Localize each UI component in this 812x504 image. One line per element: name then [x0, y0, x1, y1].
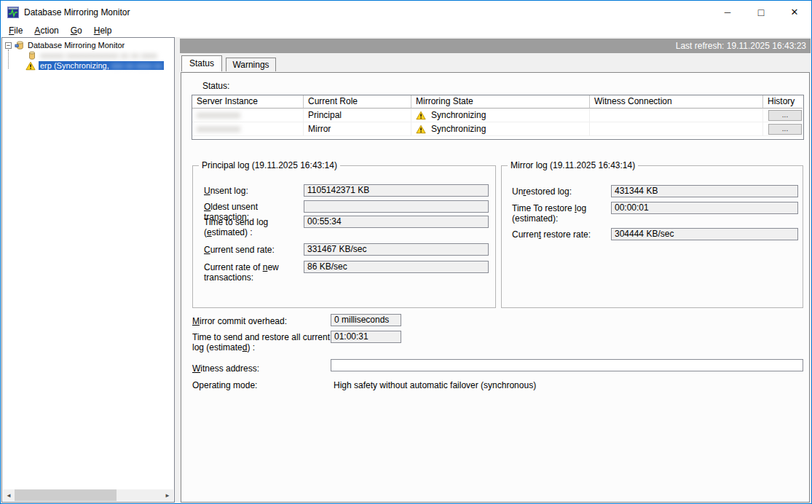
app-icon: [7, 7, 19, 18]
database-monitor-icon: [15, 40, 25, 50]
current-restore-rate-field: 304444 KB/sec: [611, 228, 798, 240]
witness-connection-cell: [590, 109, 763, 122]
status-tab-page: Status: Server Instance Current Role Mir…: [181, 72, 810, 503]
unsent-log-field: 1105142371 KB: [304, 184, 489, 197]
time-to-send-field: 00:55:34: [304, 216, 489, 228]
tree-item-erp-synchronizing[interactable]: erp (Synchronizing, xxx xx xxxx xx: [2, 60, 174, 71]
status-section-label: Status:: [202, 81, 229, 91]
new-transactions-rate-field: 86 KB/sec: [304, 261, 489, 273]
menu-action[interactable]: Action: [28, 24, 64, 37]
principal-log-title: Principal log (19.11.2025 16:43:14): [199, 160, 340, 170]
menu-help[interactable]: Help: [88, 24, 118, 37]
minimize-icon: ─: [725, 7, 731, 17]
close-button[interactable]: ✕: [778, 1, 811, 23]
tree-item-label-selected: erp (Synchronizing, xxx xx xxxx xx: [39, 61, 164, 70]
table-row-principal[interactable]: xxxxxxxxxx Principal Synchronizing ...: [192, 109, 803, 122]
status-table-header: Server Instance Current Role Mirroring S…: [192, 95, 803, 109]
scroll-left-button[interactable]: ◄: [3, 489, 15, 501]
column-witness-connection[interactable]: Witness Connection: [590, 95, 763, 109]
operating-mode-label: Operating mode:: [192, 380, 257, 390]
server-instance-cell: xxxxxxxxxx: [192, 122, 304, 136]
unrestored-log-field: 431344 KB: [611, 185, 798, 197]
database-icon: [27, 50, 37, 60]
history-button[interactable]: ...: [768, 124, 802, 135]
detail-panel: Last refresh: 19.11.2025 16:43:23 Status…: [180, 39, 811, 503]
app-window: Database Mirroring Monitor ─ □ ✕ File Ac…: [0, 0, 812, 504]
close-icon: ✕: [791, 7, 799, 17]
tree-root-database-mirroring-monitor[interactable]: − Database Mirroring Monitor: [2, 40, 174, 50]
scroll-left-icon: ◄: [6, 492, 12, 499]
column-history[interactable]: History: [763, 95, 803, 109]
witness-address-field[interactable]: [331, 359, 803, 371]
time-to-restore-label: Time To restore log (estimated):: [512, 203, 603, 224]
scrollbar-track[interactable]: [15, 489, 162, 501]
current-send-rate-label: Current send rate:: [204, 245, 304, 255]
witness-address-label: Witness address:: [192, 363, 331, 374]
window-title: Database Mirroring Monitor: [24, 7, 130, 17]
scroll-right-icon: ►: [165, 492, 170, 499]
tab-strip: Status Warnings: [180, 55, 811, 72]
time-to-restore-field: 00:00:01: [611, 202, 798, 214]
server-instance-cell: xxxxxxxxxx: [192, 109, 304, 122]
new-transactions-rate-label: Current rate of new transactions:: [204, 262, 291, 283]
principal-log-group: Principal log (19.11.2025 16:43:14) Unse…: [192, 165, 496, 308]
tab-status[interactable]: Status: [181, 55, 222, 71]
tree-item-synchronized-db[interactable]: xxxxxx xxxxxxxxxxxxx xx xx xxxx: [2, 50, 174, 60]
main-area: − Database Mirroring Monitor xxxxxx xxxx…: [1, 37, 811, 503]
current-send-rate-field: 331467 KB/sec: [304, 243, 489, 256]
scrollbar-thumb[interactable]: [15, 489, 117, 501]
operating-mode-value: High safety without automatic failover (…: [334, 380, 536, 390]
mirroring-state-cell: Synchronizing: [411, 109, 590, 122]
current-role-cell: Mirror: [304, 122, 411, 136]
tab-warnings[interactable]: Warnings: [226, 58, 275, 71]
mirroring-tree: − Database Mirroring Monitor xxxxxx xxxx…: [2, 38, 174, 71]
mirror-commit-overhead-label: Mirror commit overhead:: [192, 316, 331, 326]
history-cell: ...: [763, 109, 803, 122]
menu-file[interactable]: File: [3, 24, 28, 37]
mirror-commit-overhead-field: 0 milliseconds: [331, 314, 401, 326]
table-row-mirror[interactable]: xxxxxxxxxx Mirror Synchronizing ...: [192, 122, 803, 136]
time-to-send-label: Time to send log (estimated) :: [204, 217, 291, 237]
menu-go[interactable]: Go: [65, 24, 88, 37]
tree-horizontal-scrollbar[interactable]: ◄ ►: [3, 489, 173, 501]
time-total-field: 01:00:31: [331, 331, 401, 343]
unrestored-log-label: Unrestored log:: [512, 186, 610, 197]
minimize-button[interactable]: ─: [711, 1, 744, 23]
current-role-cell: Principal: [304, 109, 411, 122]
column-mirroring-state[interactable]: Mirroring State: [411, 95, 590, 109]
mirror-log-group: Mirror log (19.11.2025 16:43:14) Unresto…: [501, 165, 803, 308]
warning-icon: [416, 125, 426, 134]
scroll-right-button[interactable]: ►: [162, 489, 173, 501]
mirroring-state-cell: Synchronizing: [411, 122, 590, 136]
tree-item-label-redacted: xxxxxx xxxxxxxxxxxxx xx xx xxxx: [40, 51, 157, 60]
title-bar: Database Mirroring Monitor ─ □ ✕: [1, 1, 811, 23]
oldest-unsent-field: [304, 200, 489, 213]
maximize-button[interactable]: □: [744, 1, 778, 23]
history-button[interactable]: ...: [768, 110, 802, 121]
column-current-role[interactable]: Current Role: [304, 95, 411, 109]
tree-collapse-icon[interactable]: −: [5, 42, 12, 49]
status-table: Server Instance Current Role Mirroring S…: [192, 95, 804, 140]
witness-connection-cell: [590, 122, 763, 136]
time-total-label: Time to send and restore all current log…: [192, 332, 332, 353]
history-cell: ...: [763, 122, 803, 136]
tree-guide-line: [8, 50, 9, 68]
current-restore-rate-label: Current restore rate:: [512, 229, 610, 240]
column-server-instance[interactable]: Server Instance: [192, 95, 304, 109]
warning-icon: [416, 111, 426, 120]
mirror-log-title: Mirror log (19.11.2025 16:43:14): [508, 160, 638, 170]
window-controls: ─ □ ✕: [711, 1, 811, 23]
unsent-log-label: Unsent log:: [204, 186, 304, 196]
warning-icon: [25, 61, 36, 71]
tree-root-label: Database Mirroring Monitor: [28, 41, 125, 50]
last-refresh-bar: Last refresh: 19.11.2025 16:43:23: [180, 39, 811, 53]
maximize-icon: □: [758, 7, 764, 18]
menu-bar: File Action Go Help: [1, 23, 811, 37]
last-refresh-text: Last refresh: 19.11.2025 16:43:23: [676, 41, 806, 51]
tree-panel: − Database Mirroring Monitor xxxxxx xxxx…: [1, 37, 175, 503]
